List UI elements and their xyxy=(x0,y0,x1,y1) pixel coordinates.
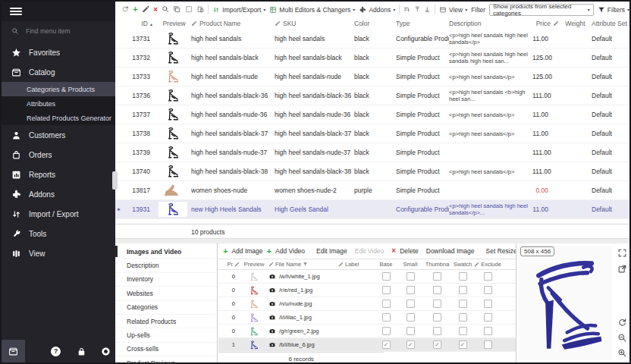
swatch-checkbox[interactable] xyxy=(459,286,467,294)
image-row[interactable]: 0/n/u/nude.jpg xyxy=(218,297,520,311)
tab-cross-sells[interactable]: Cross-sells xyxy=(115,343,217,356)
sidebar-item-reports[interactable]: Reports xyxy=(2,165,115,184)
product-row[interactable]: 13736high heel sandals-black-36high heel… xyxy=(115,86,629,105)
base-checkbox[interactable] xyxy=(382,327,391,335)
swatch-checkbox[interactable] xyxy=(459,300,467,308)
exclude-checkbox[interactable] xyxy=(484,327,492,335)
sidebar-item-addons[interactable]: Addons xyxy=(2,184,115,204)
thumbnail-checkbox[interactable] xyxy=(433,300,441,308)
small-checkbox[interactable] xyxy=(407,313,415,322)
tab-description[interactable]: Description xyxy=(115,259,217,272)
sidebar-search-input[interactable] xyxy=(24,27,103,36)
edit-image-button[interactable]: Edit Image xyxy=(316,247,347,255)
sidebar-item-favorites[interactable]: Favorites xyxy=(2,42,115,62)
add-product-button[interactable]: + xyxy=(133,5,137,14)
image-row[interactable]: 0/l/i/lilac_1.jpg xyxy=(218,311,520,325)
open-external-icon[interactable] xyxy=(617,263,627,273)
settings-button[interactable] xyxy=(94,340,118,362)
fullscreen-icon[interactable] xyxy=(617,247,627,257)
exclude-checkbox[interactable] xyxy=(484,340,492,349)
product-row[interactable]: 13732high heel sandals-blackhigh heel sa… xyxy=(115,49,629,67)
column-attribute-set[interactable]: Attribute Set Name xyxy=(592,20,629,27)
column-description[interactable]: Description xyxy=(449,20,532,27)
edit-video-button[interactable]: Edit Video xyxy=(355,247,385,255)
image-row[interactable]: 0/g/r/green_2.jpg xyxy=(218,325,520,338)
help-button[interactable]: ? xyxy=(44,340,67,362)
sidebar-splitter-handle[interactable] xyxy=(112,171,118,190)
column-sku[interactable]: SKU xyxy=(275,20,354,27)
expand-rows-button[interactable] xyxy=(414,6,421,14)
tab-product-reviews[interactable]: Product Reviews xyxy=(115,356,217,364)
delete-product-button[interactable]: × xyxy=(153,6,158,14)
column-price[interactable]: Price xyxy=(532,20,559,27)
tab-inventory[interactable]: Inventory xyxy=(115,273,217,287)
sidebar-item-related-products-generator[interactable]: Related Products Generator xyxy=(2,111,115,125)
copy-button[interactable] xyxy=(173,5,181,14)
sidebar-search[interactable] xyxy=(2,21,115,40)
tab-categories[interactable]: Categories xyxy=(115,301,217,315)
add-video-button[interactable]: Add Video xyxy=(275,247,305,255)
base-checkbox[interactable] xyxy=(382,272,391,281)
addons-menu[interactable]: Addons▾ xyxy=(359,6,395,14)
swatch-checkbox[interactable] xyxy=(459,272,467,281)
small-checkbox[interactable] xyxy=(407,272,415,281)
delete-image-button[interactable]: Delete xyxy=(400,247,419,255)
column-thumbnail[interactable]: Thumbna xyxy=(423,261,451,268)
hamburger-menu-icon[interactable] xyxy=(10,6,22,17)
download-image-button[interactable]: Download Image xyxy=(426,247,475,255)
image-row[interactable]: 0/r/e/red_1.jpg xyxy=(218,284,520,297)
column-image-preview[interactable]: Preview xyxy=(240,261,268,268)
column-small[interactable]: Small xyxy=(397,261,423,268)
product-row[interactable]: 13817women shoes-nudewomen shoes-nude-2p… xyxy=(115,181,629,200)
column-product-name[interactable]: Product Name xyxy=(191,20,275,27)
add-image-button[interactable]: Add Image xyxy=(231,247,262,255)
column-file-name[interactable]: File Name xyxy=(268,261,338,268)
column-preview[interactable]: Preview xyxy=(157,20,191,27)
category-filter-select[interactable]: Show products from selected categories▾ xyxy=(489,4,594,16)
base-checkbox[interactable] xyxy=(382,313,391,322)
small-checkbox[interactable] xyxy=(407,327,415,335)
collapse-rows-button[interactable] xyxy=(424,6,431,14)
product-row[interactable]: ▸13931new High Heels SandalsHigh Geels S… xyxy=(115,200,629,219)
thumbnail-checkbox[interactable] xyxy=(433,313,441,322)
column-priority[interactable]: Pr xyxy=(224,261,240,268)
product-row[interactable]: 13740high heel sandals-black-38high heel… xyxy=(115,162,629,181)
paste-button[interactable] xyxy=(196,5,204,14)
filters-menu[interactable]: Filters▾ xyxy=(598,6,629,14)
thumbnail-checkbox[interactable] xyxy=(433,286,441,294)
image-row[interactable]: 1/b/l/blue_6.jpg✓✓✓✓ xyxy=(218,338,520,352)
base-checkbox[interactable] xyxy=(382,300,391,308)
exclude-checkbox[interactable] xyxy=(484,313,492,322)
small-checkbox[interactable]: ✓ xyxy=(407,340,415,349)
column-swatch[interactable]: Swatch xyxy=(451,261,474,268)
refresh-button[interactable] xyxy=(121,5,129,14)
base-checkbox[interactable]: ✓ xyxy=(382,340,391,349)
sidebar-item-view[interactable]: View xyxy=(2,243,115,263)
column-color[interactable]: Color xyxy=(354,20,396,27)
column-weight[interactable]: Weight xyxy=(559,20,592,27)
select-checkbox-button[interactable] xyxy=(185,5,193,14)
product-row[interactable]: 13731high heel sandalshigh heel sandalsb… xyxy=(115,30,629,49)
exclude-checkbox[interactable] xyxy=(484,272,492,281)
tab-up-sells[interactable]: Up-sells xyxy=(115,328,217,342)
thumbnail-checkbox[interactable]: ✓ xyxy=(433,340,441,349)
sort-button[interactable] xyxy=(403,6,410,14)
sidebar-item-orders[interactable]: Orders xyxy=(2,145,115,165)
edit-product-button[interactable] xyxy=(142,5,149,14)
multi-editors-menu[interactable]: Multi Editors & Changers▾ xyxy=(269,6,355,14)
tab-images-and-video[interactable]: Images and Video xyxy=(115,245,217,259)
column-base[interactable]: Base xyxy=(375,261,397,268)
product-row[interactable]: 13733high heel sandals-nudehigh heel san… xyxy=(115,67,629,86)
sidebar-item-attributes[interactable]: Attributes xyxy=(2,96,115,111)
view-menu[interactable]: View▾ xyxy=(439,6,467,14)
exclude-checkbox[interactable] xyxy=(484,286,492,294)
sidebar-item-catalog[interactable]: Catalog xyxy=(2,62,115,82)
rotate-icon[interactable] xyxy=(617,317,627,327)
sidebar-item-tools[interactable]: Tools xyxy=(2,224,115,243)
thumbnail-checkbox[interactable] xyxy=(433,272,441,281)
column-exclude[interactable]: Exclude xyxy=(474,261,501,268)
zoom-out-icon[interactable] xyxy=(617,332,627,342)
image-row[interactable]: 0/w/h/white_1.jpg xyxy=(218,270,520,284)
swatch-checkbox[interactable] xyxy=(459,313,467,322)
exclude-checkbox[interactable] xyxy=(484,300,492,308)
